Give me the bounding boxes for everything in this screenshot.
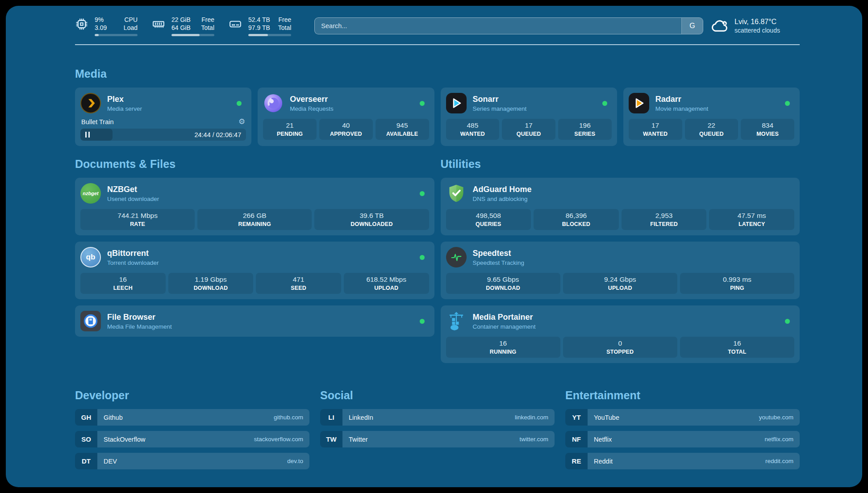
stat-tile: 16 TOTAL: [680, 337, 794, 358]
gear-icon[interactable]: ⚙: [238, 118, 245, 125]
plex-card[interactable]: Plex Media server Bullet Train ⚙ 24:44 /…: [75, 88, 251, 146]
stat-value: 22: [689, 121, 735, 130]
nzbget-card[interactable]: nzbget NZBGet Usenet downloader 744.21 M…: [75, 178, 434, 235]
stat-label: RATE: [84, 221, 191, 227]
stat-value: 1.19 Gbps: [172, 276, 250, 284]
search-engine-button[interactable]: G: [681, 18, 703, 34]
adguard-card[interactable]: AdGuard Home DNS and adblocking 498,508 …: [441, 178, 800, 235]
adguard-icon: [446, 183, 467, 204]
stat-tile: 9.24 Gbps UPLOAD: [563, 273, 677, 294]
portainer-card[interactable]: Media Portainer Container management 16 …: [441, 305, 800, 363]
stat-value: 196: [562, 121, 608, 130]
stat-value: 9.24 Gbps: [567, 276, 674, 284]
stat-tile: 1.19 Gbps DOWNLOAD: [168, 273, 254, 294]
radarr-icon: [629, 93, 649, 113]
bookmark-reddit[interactable]: RE Reddit reddit.com: [565, 453, 800, 469]
hard-drive-icon: [229, 17, 242, 31]
search-input[interactable]: [315, 18, 681, 34]
stat-label: FILTERED: [625, 221, 703, 227]
stat-tile: 2,953 FILTERED: [622, 209, 707, 230]
bookmark-url: linkedin.com: [515, 414, 548, 421]
pause-icon[interactable]: [85, 132, 90, 138]
stat-label: DOWNLOAD: [172, 285, 250, 291]
stat-tile: 498,508 QUERIES: [446, 209, 531, 230]
stat-label: REMAINING: [201, 221, 308, 227]
stat-value: 485: [450, 121, 496, 130]
status-dot: [420, 101, 425, 106]
stat-label: PING: [684, 285, 791, 291]
stat-label: SERIES: [562, 131, 608, 137]
bookmark-stackoverflow[interactable]: SO StackOverflow stackoverflow.com: [75, 431, 309, 447]
stat-label: DOWNLOAD: [450, 285, 557, 291]
status-dot: [785, 101, 790, 106]
bookmark-youtube[interactable]: YT YouTube youtube.com: [565, 409, 800, 426]
stat-tile: 9.65 Gbps DOWNLOAD: [446, 273, 560, 294]
stat-tile: 618.52 Mbps UPLOAD: [344, 273, 429, 294]
filebrowser-card[interactable]: File Browser Media File Management: [75, 305, 434, 337]
bookmark-url: youtube.com: [759, 414, 793, 421]
stat-label: SEED: [259, 285, 338, 291]
stat-label: WANTED: [450, 131, 496, 137]
social-bookmarks: Social LI LinkedIn linkedin.com TW Twitt…: [320, 389, 555, 475]
sonarr-icon: [446, 93, 467, 113]
app-name: Radarr: [655, 95, 779, 104]
bookmark-twitter[interactable]: TW Twitter twitter.com: [320, 431, 555, 447]
bookmark-name: StackOverflow: [104, 436, 145, 443]
radarr-card[interactable]: Radarr Movie management 17 WANTED 22 QUE…: [623, 88, 800, 146]
memory-free-value: 22 GiB: [171, 16, 191, 24]
stat-value: 16: [450, 339, 557, 347]
utilities-section: Utilities AdG: [441, 158, 800, 363]
overseerr-card[interactable]: Overseerr Media Requests 21 PENDING 40 A…: [258, 88, 434, 146]
bookmark-dev[interactable]: DT DEV dev.to: [75, 453, 309, 469]
bookmark-netflix[interactable]: NF Netflix netflix.com: [565, 431, 800, 447]
app-name: Plex: [107, 95, 230, 104]
memory-free-label: Free: [201, 16, 214, 24]
nzbget-icon-label: nzbget: [83, 191, 98, 196]
stat-label: APPROVED: [323, 131, 369, 137]
stat-tile: 16 LEECH: [80, 273, 166, 294]
stat-label: QUERIES: [450, 221, 528, 227]
stat-tile: 17 QUEUED: [502, 119, 555, 140]
app-name: Media Portainer: [473, 313, 779, 322]
utilities-section-title: Utilities: [441, 158, 800, 171]
cpu-chip-icon: [75, 17, 88, 31]
stat-label: RUNNING: [450, 349, 557, 355]
weather-location-temp: Lviv, 16.87°C: [734, 18, 780, 26]
app-name: NZBGet: [107, 185, 413, 194]
sonarr-card[interactable]: Sonarr Series management 485 WANTED 17 Q…: [441, 88, 617, 146]
app-name: Overseerr: [290, 95, 413, 104]
speedtest-card[interactable]: Speedtest Speedtest Tracking 9.65 Gbps D…: [441, 242, 800, 299]
stat-tile: 16 RUNNING: [446, 337, 560, 358]
stat-value: 47.57 ms: [713, 212, 791, 220]
bookmark-linkedin[interactable]: LI LinkedIn linkedin.com: [320, 409, 555, 426]
stat-label: PENDING: [267, 131, 313, 137]
bookmark-name: Github: [104, 414, 123, 421]
bookmark-abbr: SO: [75, 431, 97, 447]
playback-progress-bar[interactable]: 24:44 / 02:06:47: [80, 129, 246, 141]
bookmark-url: twitter.com: [519, 436, 548, 443]
dashboard-screen: 9% 3.09 CPU Load: [0, 0, 868, 493]
ram-stick-icon: [152, 17, 165, 31]
stat-value: 9.65 Gbps: [450, 276, 557, 284]
stat-label: AVAILABLE: [379, 131, 426, 137]
cpu-label2: Load: [124, 24, 138, 32]
app-name: File Browser: [107, 313, 413, 322]
qbittorrent-card[interactable]: qb qBittorrent Torrent downloader 16 LEE…: [75, 242, 434, 299]
disk-free-value: 52.4 TB: [248, 16, 270, 24]
bookmark-github[interactable]: GH Github github.com: [75, 409, 309, 426]
app-subtitle: Usenet downloader: [107, 196, 413, 202]
search-bar: G: [314, 17, 703, 34]
social-title: Social: [320, 389, 555, 402]
stat-value: 39.6 TB: [318, 212, 425, 220]
stat-value: 17: [632, 121, 679, 130]
system-stats: 9% 3.09 CPU Load: [75, 16, 291, 36]
documents-section: Documents & Files nzbget NZBGet Usenet d…: [75, 158, 434, 337]
bookmark-url: netflix.com: [764, 436, 793, 443]
stat-tile: 40 APPROVED: [319, 119, 373, 140]
media-section: Media Plex Media server Bullet Train ⚙: [75, 67, 800, 146]
bookmark-abbr: DT: [75, 453, 97, 469]
stat-tile: 266 GB REMAINING: [197, 209, 312, 230]
disk-total-label: Total: [278, 24, 292, 32]
weather-condition: scattered clouds: [734, 27, 780, 34]
app-subtitle: DNS and adblocking: [473, 196, 795, 202]
